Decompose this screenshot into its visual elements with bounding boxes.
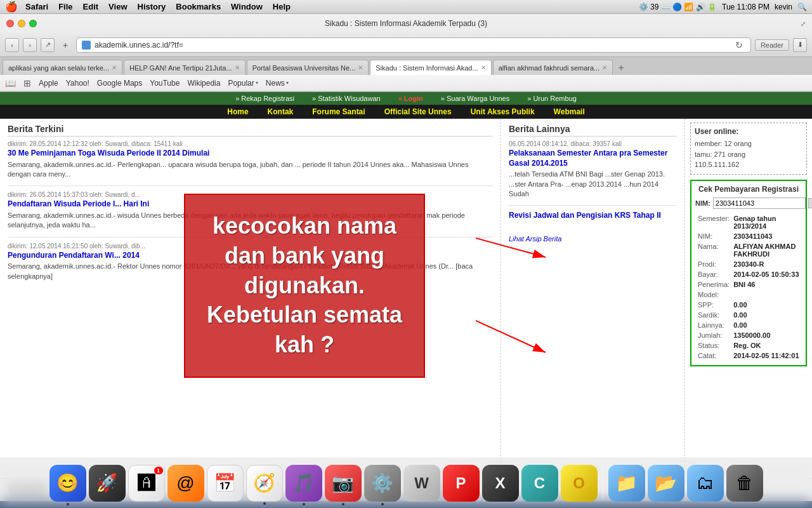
mainnav-unit[interactable]: Unit Akses Publik [471,107,535,116]
menu-view[interactable]: View [108,2,127,11]
apple-menu[interactable]: 🍎 [5,1,18,13]
new-tab-plus[interactable]: + [614,61,628,75]
right-section: User online: member: 12 orang tamu: 271 … [685,119,812,478]
bayar-value: 2014-02-05 10:50:33 [732,270,801,279]
grid-icon[interactable]: ⊞ [23,78,31,88]
site-wrapper: » Rekap Registrasi » Statistik Wisudawan… [0,92,812,508]
nim-input[interactable] [713,197,806,209]
search-icon[interactable]: 🔍 [797,3,807,11]
o-icon: O [573,474,585,492]
nav-suara[interactable]: » Suara Warga Unnes [438,93,512,104]
close-button[interactable] [6,20,14,27]
menu-history[interactable]: History [138,2,166,11]
tab-1[interactable]: aplikasi yang akan selalu terke... ✕ [3,60,122,75]
address-bar[interactable]: akademik.unnes.ac.id/?tf= ↻ [76,37,751,53]
dock-finder[interactable]: 😊 [49,465,86,502]
tab-close-4[interactable]: ✕ [481,64,486,71]
new-tab-button[interactable]: + [58,38,72,52]
bookmark-wikipedia[interactable]: Wikipedia [187,79,220,88]
info-row-jumlah: Jumlah: 1350000.00 [697,331,801,340]
mainnav-kontak[interactable]: Kontak [268,107,294,116]
tab-3[interactable]: Portal Beasiswa Universitas Ne... ✕ [247,60,369,75]
user-ip: 110.5.111.162 [695,159,802,170]
dock-systemprefs[interactable]: ⚙️ [364,465,401,502]
payment-info-table: Semester: Genap tahun 2013/2014 NIM: 230… [695,213,802,361]
middle-link[interactable]: Revisi Jadwal dan Pengisian KRS Tahap II [509,211,677,221]
reload-button[interactable]: ↻ [733,40,745,50]
menu-file[interactable]: File [58,2,72,11]
dock-iphoto[interactable]: 📷 [325,465,362,502]
semester-value: Genap tahun 2013/2014 [732,214,801,231]
nav-statistik[interactable]: » Statistik Wisudawan [310,93,383,104]
iphoto-icon: 📷 [332,472,354,493]
nav-rekap[interactable]: » Rekap Registrasi [233,93,297,104]
bookmark-popular[interactable]: Popular ▾ [228,79,258,88]
tab-close-5[interactable]: ✕ [602,64,607,71]
lainnya-value: 0.00 [732,321,801,330]
tab-5[interactable]: alfian akhmad fakhrudi semara... ✕ [493,60,613,75]
mainnav-official[interactable]: Official Site Unnes [384,107,452,116]
tab-4[interactable]: Sikadu : Sistem Informasi Akad... ✕ [370,60,491,75]
menu-help[interactable]: Help [273,2,291,11]
dock-c[interactable]: C [521,465,558,502]
user-online-box: User online: member: 12 orang tamu: 271 … [690,123,807,175]
dock-safari[interactable]: 🧭 [246,465,283,502]
maximize-button[interactable] [29,20,37,27]
back-button[interactable]: ‹ [5,38,19,52]
menu-bookmarks[interactable]: Bookmarks [176,2,221,11]
cek-button[interactable]: CEK [808,198,812,208]
spp-label: SPP: [697,300,731,309]
dock-folder1[interactable]: 📁 [608,465,645,502]
dock-wp[interactable]: W [403,465,440,502]
dock-trash[interactable]: 🗑 [726,465,763,502]
reader-button[interactable]: Reader [755,39,789,51]
dock-o[interactable]: O [561,465,598,502]
mainnav-home[interactable]: Home [227,107,248,116]
tab-close-1[interactable]: ✕ [112,64,117,71]
prodi-label: Prodi: [697,260,731,269]
dock-calendar[interactable]: 📅 [207,465,244,502]
dock-launchpad[interactable]: 🚀 [89,465,126,502]
traffic-lights [6,20,37,27]
dock-appstore[interactable]: 🅰 1 [128,465,165,502]
tab-close-3[interactable]: ✕ [358,64,363,71]
expand-icon[interactable]: ⤢ [801,20,806,27]
dock-separator [603,467,603,499]
dock-contacts[interactable]: @ [167,465,204,502]
bookmark-yahoo[interactable]: Yahoo! [66,79,89,88]
tab-2[interactable]: HELP GAN! Ane Tertipu 21Juta... ✕ [124,60,246,75]
x-icon: X [495,474,505,492]
dock-itunes[interactable]: 🎵 [285,465,322,502]
dock-x[interactable]: X [482,465,519,502]
bookmark-googlemaps[interactable]: Google Maps [97,79,142,88]
bookmark-youtube[interactable]: YouTube [150,79,180,88]
bookmark-news[interactable]: News ▾ [266,79,289,88]
share-button[interactable]: ↗ [41,38,55,52]
news-divider-1 [8,185,493,186]
nav-login[interactable]: » Login [396,93,426,104]
calendar-icon: 📅 [214,472,236,493]
minimize-button[interactable] [18,20,25,27]
menu-edit[interactable]: Edit [83,2,99,11]
tab-close-2[interactable]: ✕ [235,64,240,71]
nav-urun[interactable]: » Urun Rembug [525,93,579,104]
mainnav-forume[interactable]: Forume Santai [312,107,365,116]
mainnav-webmail[interactable]: Webmail [554,107,585,116]
contacts-icon: @ [176,473,194,493]
lihat-arsip[interactable]: Lihat Arsip Berita [509,235,561,243]
news-title-1[interactable]: 30 Me Peminjaman Toga Wisuda Periode II … [8,149,493,159]
menu-safari[interactable]: Safari [25,2,48,11]
dock-folder2[interactable]: 📂 [648,465,684,502]
download-button[interactable]: ⬇ [793,38,807,52]
middle-meta-1: 06.05.2014 08:14:12, dibaca: 39357 kali [509,140,677,147]
sidebar-icon[interactable]: 📖 [5,78,16,88]
dock-p[interactable]: P [443,465,480,502]
forward-button[interactable]: › [23,38,37,52]
middle-title-1[interactable]: Pelaksanaan Semester Antara pra Semester… [509,149,677,168]
dock-folder3[interactable]: 🗂 [687,465,724,502]
nama-label: Nama: [697,242,731,258]
trash-icon: 🗑 [736,472,754,493]
left-section-title: Berita Terkini [8,124,493,137]
bookmark-apple[interactable]: Apple [39,79,58,88]
menu-window[interactable]: Window [231,2,263,11]
